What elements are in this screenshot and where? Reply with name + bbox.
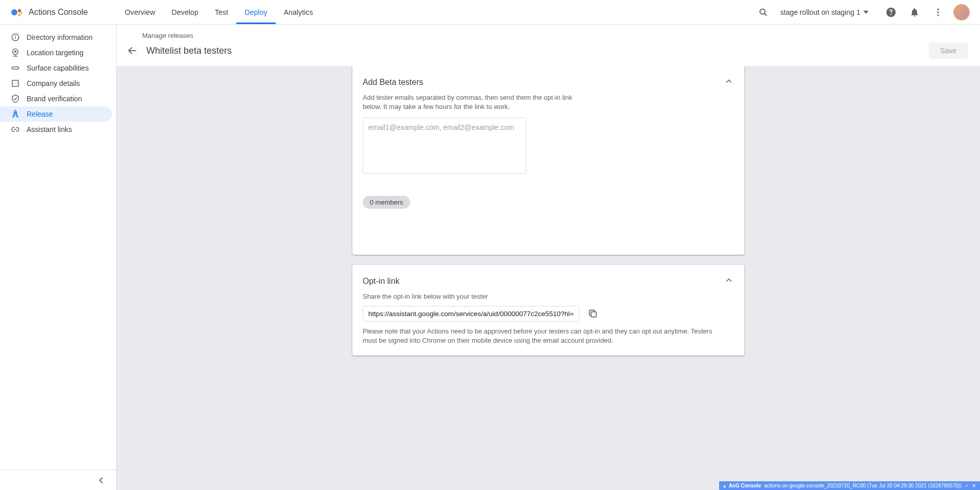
svg-point-10 (937, 14, 939, 16)
header-left: Actions Console (0, 6, 117, 18)
tester-emails-input[interactable] (363, 118, 526, 174)
svg-point-13 (15, 36, 16, 36)
chevron-up-icon (724, 275, 734, 285)
sidebar-item-directory[interactable]: Directory information (0, 30, 112, 45)
chevron-up-icon (724, 76, 734, 86)
svg-point-0 (11, 9, 17, 15)
sidebar: Directory information Location targeting… (0, 25, 117, 490)
chevron-left-icon (97, 476, 106, 485)
tab-test[interactable]: Test (207, 0, 236, 24)
card-header: Opt-in link (363, 275, 734, 287)
project-selector[interactable]: stage rollout on staging 1 (776, 8, 873, 16)
svg-point-1 (18, 9, 21, 12)
optin-link-row (363, 306, 734, 322)
optin-link-input[interactable] (363, 306, 580, 322)
tab-deploy[interactable]: Deploy (236, 0, 275, 24)
notifications-icon[interactable] (904, 2, 925, 23)
app-header: Actions Console Overview Develop Test De… (0, 0, 980, 25)
sidebar-item-company[interactable]: Company details (0, 76, 112, 91)
footer-app-label: AoG Console (729, 483, 761, 488)
sidebar-item-release[interactable]: Release (0, 106, 112, 122)
app-title: Actions Console (29, 8, 88, 17)
tab-analytics[interactable]: Analytics (276, 0, 321, 24)
copy-icon (588, 308, 598, 319)
svg-point-24 (15, 113, 16, 114)
svg-rect-16 (12, 67, 19, 70)
search-icon[interactable] (753, 2, 773, 23)
verified-icon (10, 94, 20, 104)
svg-point-2 (18, 13, 21, 16)
sidebar-item-label: Location targeting (27, 49, 83, 57)
tab-develop[interactable]: Develop (164, 0, 207, 24)
location-icon (10, 48, 20, 58)
build-info-badge[interactable]: ▴ AoG Console actions-on-google-console_… (719, 481, 980, 490)
body-container: Directory information Location targeting… (0, 25, 980, 490)
save-button[interactable]: Save (929, 42, 968, 59)
add-testers-title: Add Beta testers (363, 78, 423, 87)
top-tabs: Overview Develop Test Deploy Analytics (117, 0, 321, 24)
svg-rect-27 (591, 312, 596, 317)
svg-point-7 (890, 14, 892, 15)
company-icon (10, 78, 20, 88)
breadcrumb[interactable]: Manage releases (127, 32, 968, 39)
sidebar-item-surface[interactable]: Surface capabilities (0, 60, 112, 76)
svg-point-4 (760, 9, 765, 14)
collapse-button[interactable] (724, 275, 734, 287)
sidebar-collapse-button[interactable] (0, 470, 116, 490)
svg-point-3 (21, 12, 23, 13)
sidebar-item-label: Brand verification (27, 95, 82, 103)
svg-point-8 (937, 8, 939, 10)
sidebar-item-label: Surface capabilities (27, 64, 88, 72)
assistant-logo-icon (10, 6, 23, 18)
optin-title: Opt-in link (363, 277, 399, 286)
sidebar-item-brand[interactable]: Brand verification (0, 91, 112, 106)
sidebar-item-location[interactable]: Location targeting (0, 45, 112, 60)
tab-overview[interactable]: Overview (117, 0, 164, 24)
link-icon (10, 124, 20, 135)
collapse-button[interactable] (724, 76, 734, 88)
header-right: stage rollout on staging 1 (753, 2, 980, 23)
footer-build-info: actions-on-google-console_20210720_RC00 … (764, 483, 962, 488)
caret-up-icon: ▴ (723, 483, 726, 488)
project-name: stage rollout on staging 1 (781, 8, 860, 16)
sidebar-item-label: Release (27, 110, 53, 118)
svg-point-9 (937, 11, 939, 13)
back-button[interactable] (127, 45, 138, 56)
optin-description: Share the opt-in link below with your te… (363, 292, 593, 301)
members-chip[interactable]: 0 members (363, 196, 410, 209)
page-header: Manage releases Whitelist beta testers S… (117, 25, 980, 66)
copy-button[interactable] (588, 308, 598, 319)
card-header: Add Beta testers (363, 76, 734, 88)
add-testers-card: Add Beta testers Add tester emails separ… (352, 66, 744, 255)
svg-line-5 (764, 13, 766, 15)
arrow-left-icon (127, 45, 138, 56)
info-icon (10, 32, 20, 42)
sidebar-item-label: Directory information (27, 33, 93, 41)
page-title: Whitelist beta testers (146, 46, 232, 56)
page-title-row: Whitelist beta testers Save (127, 42, 968, 59)
close-icon[interactable]: ✕ (972, 483, 976, 488)
sidebar-item-assistant-links[interactable]: Assistant links (0, 122, 112, 137)
sidebar-item-label: Assistant links (27, 125, 72, 133)
help-icon[interactable] (881, 2, 901, 23)
devices-icon (10, 63, 20, 73)
more-icon[interactable] (928, 2, 948, 23)
user-avatar[interactable] (953, 4, 970, 20)
main-content: Manage releases Whitelist beta testers S… (117, 25, 980, 490)
check-icon: ✓ (965, 483, 969, 488)
content-area: Add Beta testers Add tester emails separ… (117, 66, 980, 490)
optin-note: Please note that your Actions need to be… (363, 327, 721, 345)
add-testers-description: Add tester emails separated by commas, t… (363, 93, 593, 112)
dropdown-icon (863, 11, 868, 14)
optin-link-card: Opt-in link Share the opt-in link below … (352, 265, 744, 355)
svg-point-14 (15, 51, 16, 52)
rocket-icon (10, 109, 20, 119)
sidebar-item-label: Company details (27, 79, 80, 87)
